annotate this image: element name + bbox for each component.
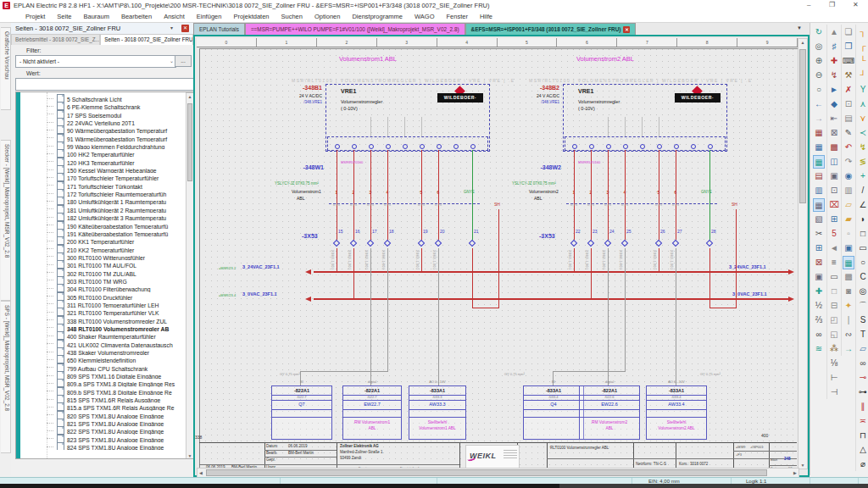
tool-icon[interactable]: ↷ [843, 155, 854, 169]
tree-item[interactable]: 305 RLT0100 Druckfühler [23, 292, 186, 300]
tool-icon[interactable]: ⅛ [828, 357, 840, 370]
tool-icon[interactable]: ▩ [843, 270, 854, 284]
tool-icon[interactable]: ✦ [843, 299, 854, 313]
terminal-symbol[interactable] [587, 240, 594, 247]
tool-icon[interactable]: ⚒ [843, 69, 854, 82]
tool-icon[interactable]: ⊠ [813, 256, 825, 269]
tool-icon[interactable]: ◫ [828, 155, 840, 169]
tool-icon[interactable]: ⁂ [828, 342, 840, 356]
document-tab[interactable]: ==MSR=PUMPE++WILO PUMPE=F1#V01/100 ([Wei… [245, 23, 465, 35]
tool-icon[interactable]: ▥ [813, 184, 825, 197]
tool-icon[interactable]: ⊞ [813, 241, 825, 255]
tool-icon[interactable]: ✂ [813, 227, 825, 241]
tool-icon[interactable]: ▦ [813, 198, 825, 212]
tool-icon[interactable]: ⋎ [857, 112, 868, 125]
tool-icon[interactable]: ∥ [857, 400, 868, 413]
scroll-up-icon[interactable]: ▲ [186, 94, 193, 99]
panel-tab[interactable]: Seiten - 3018 0072_SIE_Zollner FRU [100, 34, 193, 45]
terminal-symbol[interactable] [706, 240, 713, 247]
terminal-symbol[interactable] [435, 240, 442, 247]
tree-item[interactable]: 303 RLT0100 TM WRG [23, 276, 186, 284]
tool-icon[interactable]: → [843, 342, 854, 356]
scroll-down-icon[interactable]: ▼ [186, 453, 193, 458]
tool-icon[interactable]: ▱ [857, 342, 868, 356]
menu-item[interactable]: Einfügen [197, 13, 222, 20]
tool-icon[interactable]: ▦ [813, 155, 825, 169]
plc-reference-box[interactable]: BI -833A1 /033.4 Q4 [523, 385, 584, 440]
tool-icon[interactable]: ► [828, 83, 840, 97]
menu-item[interactable]: Bearbeiten [121, 13, 152, 20]
tree-item[interactable]: 171 Torluftschleier Türkontakt [23, 181, 186, 189]
tree-scroll-thumb[interactable] [187, 103, 192, 181]
tool-icon[interactable]: ▩ [828, 141, 840, 154]
tool-icon[interactable]: □ [857, 227, 868, 241]
dock-tab-stecker[interactable]: Stecker - [Weikl]_Makroprojekt, MSR_V02_… [1, 140, 11, 301]
tool-icon[interactable]: ▣ [813, 270, 825, 284]
tree-item[interactable]: 348 RLT0100 Volumenstromregler AB [23, 324, 186, 331]
scroll-down-icon[interactable]: ▼ [798, 463, 807, 468]
tool-icon[interactable]: ◄ [828, 241, 840, 255]
menu-item[interactable]: Projektdaten [233, 13, 269, 20]
tool-icon[interactable]: ▦ [843, 256, 854, 269]
terminal-symbol[interactable] [418, 240, 425, 247]
tree-item[interactable]: 821 SPS TXM1.8U Analoge Eingänge [23, 419, 186, 426]
minimize-button[interactable]: – [807, 1, 810, 8]
tool-icon[interactable]: ↯ [828, 69, 840, 82]
tree-item[interactable]: 170 Torluftschleier Temperaturfühler [23, 173, 186, 180]
tool-icon[interactable]: ⇤ [828, 112, 840, 125]
tool-icon[interactable]: ▭ [828, 270, 840, 284]
tool-icon[interactable]: ↶ [843, 141, 854, 154]
dock-tab-grafische-vorschau[interactable]: Grafische Vorschau [1, 27, 11, 110]
terminal-symbol[interactable] [604, 240, 611, 247]
tool-icon[interactable]: □ [828, 285, 840, 298]
filter-dropdown[interactable]: - Nicht aktiviert - ⌄ [15, 55, 176, 68]
tool-icon[interactable]: ∞ [813, 328, 825, 341]
tree-item[interactable]: 304 RLT0100 Filterüberwachung [23, 284, 186, 291]
tool-icon[interactable]: ┐ [857, 25, 868, 39]
tool-icon[interactable]: ▱ [843, 198, 854, 212]
tool-icon[interactable]: ◙ [843, 285, 854, 298]
tool-icon[interactable]: ◎ [857, 285, 868, 298]
tool-icon[interactable]: ✚ [828, 54, 840, 68]
panel-tab[interactable]: Betriebsmittel - 3018 0072_SIE_Z... [11, 34, 100, 45]
plc-reference-box[interactable]: BI -822A1 /022.7 Q7 [271, 385, 332, 440]
tool-icon[interactable]: ◗ [857, 213, 868, 226]
tab-overflow-icon[interactable]: ▼ [797, 25, 802, 30]
tree-item[interactable]: 815.a SPS TXM1.6R Relais Ausgänge Re [23, 402, 186, 410]
tool-icon[interactable]: ⌒ [857, 299, 868, 313]
tree-item[interactable]: 799 Aufbau CPU Schaltschrank [23, 363, 186, 371]
tree-item[interactable]: 100 HK2 Temperaturfühler [23, 149, 186, 157]
tool-icon[interactable]: ▰ [843, 213, 854, 226]
tree-item[interactable]: 438 Skaker Volumenstromregler [23, 347, 186, 355]
tool-icon[interactable]: ▤ [813, 169, 825, 183]
tool-icon[interactable]: ⌀ [857, 458, 868, 471]
plc-reference-box[interactable]: AO 0...10V -833A1 /033.4 AW33.4 Stellbef… [646, 385, 707, 440]
tool-icon[interactable]: ○ [813, 83, 825, 97]
tool-icon[interactable]: ∞ [857, 357, 868, 370]
plc-reference-box[interactable]: digital -822A1 /022.7 EW22.7 RM Volumens… [342, 385, 402, 440]
tool-icon[interactable]: ▦ [813, 126, 825, 140]
tab-close-icon[interactable]: ✕ [623, 26, 630, 33]
scroll-left-icon[interactable]: ◀ [198, 470, 203, 475]
maximize-button[interactable]: ❐ [829, 1, 835, 8]
tree-item[interactable]: 91 Wärmeübergabestation Temperaturf [23, 134, 186, 141]
tool-icon[interactable]: ❏ [843, 25, 854, 39]
cable-tag[interactable]: -348W2 [520, 164, 561, 170]
tool-icon[interactable]: ⊸ [857, 371, 868, 385]
tool-icon[interactable]: ⊣ [828, 385, 840, 399]
tool-icon[interactable]: ⊓ [857, 429, 868, 442]
tree-item[interactable]: 301 RLT0100 TM AUL/FOL [23, 260, 186, 268]
terminal-symbol[interactable] [333, 240, 340, 247]
tool-icon[interactable]: ∠ [857, 198, 868, 212]
tool-icon[interactable]: ▧ [813, 213, 825, 226]
tool-icon[interactable]: ┌ [857, 40, 868, 53]
terminal-symbol[interactable] [469, 240, 476, 247]
tool-icon[interactable]: △ [857, 443, 868, 457]
tool-icon[interactable]: └ [857, 54, 868, 68]
terminal-symbol[interactable] [570, 240, 577, 247]
tool-icon[interactable]: ≶ [857, 155, 868, 169]
tool-icon[interactable]: ◱ [828, 328, 840, 341]
cable-tag[interactable]: -348W1 [283, 164, 324, 170]
tool-icon[interactable]: ┘ [857, 69, 868, 82]
tool-icon[interactable]: ↻ [813, 25, 825, 39]
